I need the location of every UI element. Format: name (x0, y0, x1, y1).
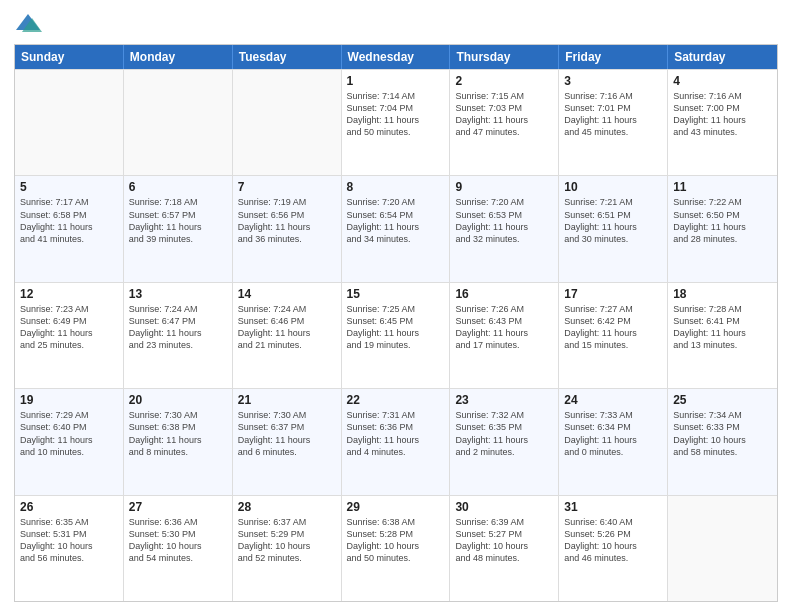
cell-info: Sunrise: 6:36 AM Sunset: 5:30 PM Dayligh… (129, 516, 227, 565)
calendar-cell: 17Sunrise: 7:27 AM Sunset: 6:42 PM Dayli… (559, 283, 668, 388)
cell-info: Sunrise: 6:37 AM Sunset: 5:29 PM Dayligh… (238, 516, 336, 565)
cell-date: 18 (673, 287, 772, 301)
cell-info: Sunrise: 7:16 AM Sunset: 7:01 PM Dayligh… (564, 90, 662, 139)
calendar-cell: 11Sunrise: 7:22 AM Sunset: 6:50 PM Dayli… (668, 176, 777, 281)
calendar-cell: 15Sunrise: 7:25 AM Sunset: 6:45 PM Dayli… (342, 283, 451, 388)
calendar-cell: 24Sunrise: 7:33 AM Sunset: 6:34 PM Dayli… (559, 389, 668, 494)
calendar-cell (668, 496, 777, 601)
cell-date: 6 (129, 180, 227, 194)
cell-date: 9 (455, 180, 553, 194)
cell-info: Sunrise: 7:27 AM Sunset: 6:42 PM Dayligh… (564, 303, 662, 352)
weekday-header-friday: Friday (559, 45, 668, 69)
cell-info: Sunrise: 7:24 AM Sunset: 6:46 PM Dayligh… (238, 303, 336, 352)
weekday-header-sunday: Sunday (15, 45, 124, 69)
cell-info: Sunrise: 7:29 AM Sunset: 6:40 PM Dayligh… (20, 409, 118, 458)
calendar-body: 1Sunrise: 7:14 AM Sunset: 7:04 PM Daylig… (15, 69, 777, 601)
calendar-cell (15, 70, 124, 175)
cell-info: Sunrise: 7:17 AM Sunset: 6:58 PM Dayligh… (20, 196, 118, 245)
cell-info: Sunrise: 6:35 AM Sunset: 5:31 PM Dayligh… (20, 516, 118, 565)
weekday-header-wednesday: Wednesday (342, 45, 451, 69)
calendar-cell: 4Sunrise: 7:16 AM Sunset: 7:00 PM Daylig… (668, 70, 777, 175)
calendar: SundayMondayTuesdayWednesdayThursdayFrid… (14, 44, 778, 602)
calendar-cell: 18Sunrise: 7:28 AM Sunset: 6:41 PM Dayli… (668, 283, 777, 388)
cell-date: 25 (673, 393, 772, 407)
cell-date: 29 (347, 500, 445, 514)
cell-date: 14 (238, 287, 336, 301)
cell-date: 21 (238, 393, 336, 407)
weekday-header-saturday: Saturday (668, 45, 777, 69)
calendar-cell (233, 70, 342, 175)
cell-info: Sunrise: 7:14 AM Sunset: 7:04 PM Dayligh… (347, 90, 445, 139)
cell-info: Sunrise: 7:34 AM Sunset: 6:33 PM Dayligh… (673, 409, 772, 458)
calendar-row-4: 19Sunrise: 7:29 AM Sunset: 6:40 PM Dayli… (15, 388, 777, 494)
calendar-cell: 10Sunrise: 7:21 AM Sunset: 6:51 PM Dayli… (559, 176, 668, 281)
cell-info: Sunrise: 7:20 AM Sunset: 6:54 PM Dayligh… (347, 196, 445, 245)
cell-info: Sunrise: 6:39 AM Sunset: 5:27 PM Dayligh… (455, 516, 553, 565)
calendar-cell: 12Sunrise: 7:23 AM Sunset: 6:49 PM Dayli… (15, 283, 124, 388)
cell-info: Sunrise: 7:30 AM Sunset: 6:38 PM Dayligh… (129, 409, 227, 458)
cell-date: 1 (347, 74, 445, 88)
cell-date: 28 (238, 500, 336, 514)
cell-info: Sunrise: 7:31 AM Sunset: 6:36 PM Dayligh… (347, 409, 445, 458)
cell-info: Sunrise: 7:18 AM Sunset: 6:57 PM Dayligh… (129, 196, 227, 245)
calendar-cell: 7Sunrise: 7:19 AM Sunset: 6:56 PM Daylig… (233, 176, 342, 281)
cell-date: 2 (455, 74, 553, 88)
cell-info: Sunrise: 7:22 AM Sunset: 6:50 PM Dayligh… (673, 196, 772, 245)
cell-info: Sunrise: 7:32 AM Sunset: 6:35 PM Dayligh… (455, 409, 553, 458)
calendar-cell: 22Sunrise: 7:31 AM Sunset: 6:36 PM Dayli… (342, 389, 451, 494)
calendar-cell: 21Sunrise: 7:30 AM Sunset: 6:37 PM Dayli… (233, 389, 342, 494)
cell-info: Sunrise: 7:23 AM Sunset: 6:49 PM Dayligh… (20, 303, 118, 352)
calendar-row-3: 12Sunrise: 7:23 AM Sunset: 6:49 PM Dayli… (15, 282, 777, 388)
cell-date: 5 (20, 180, 118, 194)
calendar-cell: 30Sunrise: 6:39 AM Sunset: 5:27 PM Dayli… (450, 496, 559, 601)
calendar-cell: 29Sunrise: 6:38 AM Sunset: 5:28 PM Dayli… (342, 496, 451, 601)
cell-date: 15 (347, 287, 445, 301)
calendar-cell: 20Sunrise: 7:30 AM Sunset: 6:38 PM Dayli… (124, 389, 233, 494)
cell-date: 17 (564, 287, 662, 301)
cell-info: Sunrise: 7:25 AM Sunset: 6:45 PM Dayligh… (347, 303, 445, 352)
cell-info: Sunrise: 7:21 AM Sunset: 6:51 PM Dayligh… (564, 196, 662, 245)
cell-date: 23 (455, 393, 553, 407)
calendar-header: SundayMondayTuesdayWednesdayThursdayFrid… (15, 45, 777, 69)
cell-date: 8 (347, 180, 445, 194)
calendar-cell: 28Sunrise: 6:37 AM Sunset: 5:29 PM Dayli… (233, 496, 342, 601)
calendar-row-2: 5Sunrise: 7:17 AM Sunset: 6:58 PM Daylig… (15, 175, 777, 281)
page: SundayMondayTuesdayWednesdayThursdayFrid… (0, 0, 792, 612)
calendar-cell: 1Sunrise: 7:14 AM Sunset: 7:04 PM Daylig… (342, 70, 451, 175)
cell-info: Sunrise: 7:24 AM Sunset: 6:47 PM Dayligh… (129, 303, 227, 352)
calendar-cell: 31Sunrise: 6:40 AM Sunset: 5:26 PM Dayli… (559, 496, 668, 601)
cell-date: 4 (673, 74, 772, 88)
weekday-header-thursday: Thursday (450, 45, 559, 69)
cell-info: Sunrise: 7:15 AM Sunset: 7:03 PM Dayligh… (455, 90, 553, 139)
cell-date: 22 (347, 393, 445, 407)
calendar-cell: 23Sunrise: 7:32 AM Sunset: 6:35 PM Dayli… (450, 389, 559, 494)
logo (14, 10, 46, 38)
weekday-header-tuesday: Tuesday (233, 45, 342, 69)
cell-date: 10 (564, 180, 662, 194)
calendar-cell: 3Sunrise: 7:16 AM Sunset: 7:01 PM Daylig… (559, 70, 668, 175)
calendar-cell: 14Sunrise: 7:24 AM Sunset: 6:46 PM Dayli… (233, 283, 342, 388)
cell-date: 27 (129, 500, 227, 514)
calendar-cell: 9Sunrise: 7:20 AM Sunset: 6:53 PM Daylig… (450, 176, 559, 281)
cell-info: Sunrise: 7:28 AM Sunset: 6:41 PM Dayligh… (673, 303, 772, 352)
calendar-cell (124, 70, 233, 175)
calendar-cell: 2Sunrise: 7:15 AM Sunset: 7:03 PM Daylig… (450, 70, 559, 175)
cell-date: 19 (20, 393, 118, 407)
cell-date: 7 (238, 180, 336, 194)
cell-date: 11 (673, 180, 772, 194)
cell-date: 26 (20, 500, 118, 514)
cell-info: Sunrise: 7:20 AM Sunset: 6:53 PM Dayligh… (455, 196, 553, 245)
calendar-row-1: 1Sunrise: 7:14 AM Sunset: 7:04 PM Daylig… (15, 69, 777, 175)
calendar-cell: 19Sunrise: 7:29 AM Sunset: 6:40 PM Dayli… (15, 389, 124, 494)
calendar-row-5: 26Sunrise: 6:35 AM Sunset: 5:31 PM Dayli… (15, 495, 777, 601)
cell-date: 3 (564, 74, 662, 88)
weekday-header-monday: Monday (124, 45, 233, 69)
calendar-cell: 26Sunrise: 6:35 AM Sunset: 5:31 PM Dayli… (15, 496, 124, 601)
cell-date: 16 (455, 287, 553, 301)
calendar-cell: 16Sunrise: 7:26 AM Sunset: 6:43 PM Dayli… (450, 283, 559, 388)
logo-icon (14, 10, 42, 38)
cell-info: Sunrise: 7:30 AM Sunset: 6:37 PM Dayligh… (238, 409, 336, 458)
cell-info: Sunrise: 6:40 AM Sunset: 5:26 PM Dayligh… (564, 516, 662, 565)
calendar-cell: 13Sunrise: 7:24 AM Sunset: 6:47 PM Dayli… (124, 283, 233, 388)
cell-date: 30 (455, 500, 553, 514)
